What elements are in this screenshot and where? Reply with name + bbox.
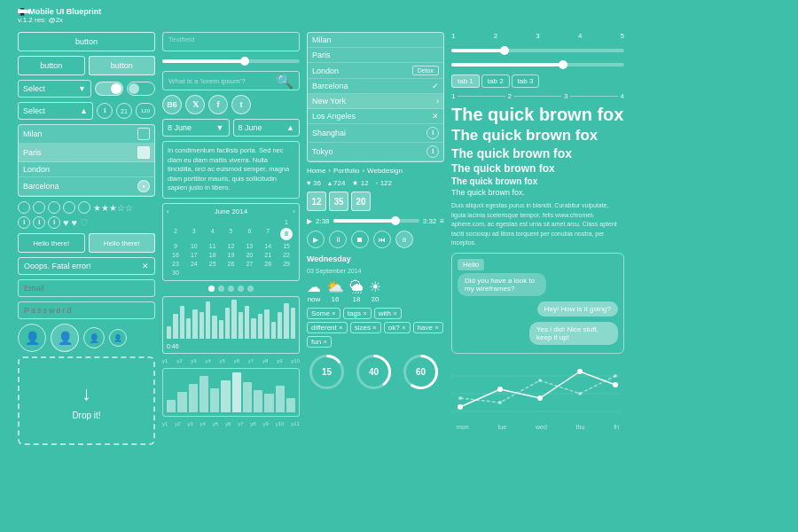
cal-date[interactable] xyxy=(259,269,277,277)
search-icon[interactable]: 🔍 xyxy=(276,73,293,90)
list-item-paris[interactable]: Paris xyxy=(19,144,154,162)
cal-date[interactable]: 5 xyxy=(223,227,240,241)
cal-date[interactable]: 2 xyxy=(167,227,184,241)
hello-btn-2[interactable]: Hello there! xyxy=(89,233,156,253)
cal-date[interactable]: 14 xyxy=(259,242,277,250)
facebook-icon[interactable]: f xyxy=(208,95,228,114)
close-icon-la[interactable]: ✕ xyxy=(432,112,439,121)
cal-date[interactable]: 10 xyxy=(185,242,203,250)
cal-date[interactable]: 11 xyxy=(204,242,222,250)
select-2[interactable]: Select▲ xyxy=(18,102,93,120)
cal-date[interactable] xyxy=(204,269,222,277)
tag-different[interactable]: different × xyxy=(307,322,348,333)
cal-date[interactable] xyxy=(185,269,203,277)
step-4[interactable]: 4 xyxy=(621,92,624,100)
cal-date[interactable]: 4 xyxy=(204,227,222,241)
cal-date[interactable]: 27 xyxy=(240,260,258,268)
cal-date[interactable]: 28 xyxy=(259,260,277,268)
tab-1[interactable]: tab 1 xyxy=(451,74,480,88)
date-picker-2[interactable]: 8 June▲ xyxy=(233,119,301,137)
city-tokyo[interactable]: Tokyo ℹ xyxy=(308,143,443,161)
bread-webdesign[interactable]: Webdesign xyxy=(367,167,403,175)
list-item-barcelona[interactable]: Barcelona ● xyxy=(19,177,154,196)
btn-button-1[interactable]: button xyxy=(18,32,155,51)
cal-next[interactable]: › xyxy=(293,207,295,215)
cal-date[interactable]: 26 xyxy=(223,260,240,268)
toggle-off[interactable] xyxy=(127,82,155,96)
step-1[interactable]: 1 xyxy=(451,92,455,100)
pause-btn[interactable]: ⏸ xyxy=(329,231,347,248)
cal-date[interactable]: 23 xyxy=(167,260,184,268)
list-item-milan[interactable]: Milan xyxy=(19,125,154,144)
cal-date[interactable]: 16 xyxy=(167,251,184,259)
date-picker-1[interactable]: 8 June▼ xyxy=(162,119,230,137)
cal-date[interactable]: 25 xyxy=(204,260,222,268)
cal-date[interactable] xyxy=(167,218,184,226)
cal-date[interactable]: 7 xyxy=(259,227,277,241)
tag-ok[interactable]: ok? × xyxy=(384,322,411,333)
b6-badge[interactable]: B6 xyxy=(162,95,182,114)
hello-btn-1[interactable]: Hello there! xyxy=(18,233,85,253)
tag-fun[interactable]: fun × xyxy=(307,336,332,348)
audio-slider[interactable] xyxy=(333,219,419,223)
btn-button-2[interactable]: button xyxy=(18,56,85,75)
cal-date[interactable]: 20 xyxy=(240,251,258,259)
toggle-on[interactable] xyxy=(95,82,123,96)
city-losangeles[interactable]: Los Angeles ✕ xyxy=(308,109,443,124)
cal-date[interactable] xyxy=(240,269,258,277)
cal-date[interactable]: 22 xyxy=(278,251,295,259)
cal-date[interactable]: 13 xyxy=(240,242,258,250)
tag-tags[interactable]: tags × xyxy=(343,308,372,319)
drop-zone[interactable]: ↓ Drop it! xyxy=(18,356,155,445)
city-london[interactable]: London Detox xyxy=(308,63,443,79)
tag-with[interactable]: with × xyxy=(374,308,402,319)
cal-date[interactable] xyxy=(240,218,258,226)
tab-2[interactable]: tab 2 xyxy=(481,74,510,88)
step-2[interactable]: 2 xyxy=(508,92,512,100)
city-shanghai[interactable]: Shanghai ℹ xyxy=(308,124,443,143)
textfield[interactable]: Textfield xyxy=(162,32,300,51)
dot-5[interactable] xyxy=(247,286,254,292)
radio-3[interactable] xyxy=(48,201,60,214)
top-slider[interactable] xyxy=(162,59,300,63)
cal-date[interactable]: 24 xyxy=(185,260,203,268)
radio-1[interactable] xyxy=(18,201,30,214)
tag-some[interactable]: Some × xyxy=(307,308,340,319)
cal-date[interactable]: 17 xyxy=(185,251,203,259)
cal-date[interactable] xyxy=(223,218,240,226)
tag-sizes[interactable]: sizes × xyxy=(350,322,381,333)
stop-btn[interactable]: ⏹ xyxy=(351,231,369,248)
cal-date[interactable] xyxy=(204,218,222,226)
list-item-london[interactable]: London xyxy=(19,162,154,177)
dot-1[interactable] xyxy=(208,286,215,292)
play-btn[interactable]: ▶ xyxy=(307,231,325,248)
cal-date[interactable]: 15 xyxy=(278,242,295,250)
btn-button-3[interactable]: button xyxy=(89,56,156,75)
cal-date[interactable]: 30 xyxy=(167,269,184,277)
cal-date[interactable] xyxy=(185,218,203,226)
cal-date[interactable] xyxy=(259,218,277,226)
cal-date[interactable]: 6 xyxy=(240,227,258,241)
prev-btn[interactable]: ⏮ xyxy=(373,231,391,248)
city-newyork[interactable]: New York › xyxy=(308,94,443,109)
cal-date[interactable]: 3 xyxy=(185,227,203,241)
password-field[interactable] xyxy=(18,301,155,319)
slider-2[interactable] xyxy=(451,63,624,66)
dot-3[interactable] xyxy=(228,286,234,292)
cal-date[interactable]: 9 xyxy=(167,242,184,250)
cal-date[interactable] xyxy=(278,269,295,277)
cal-prev[interactable]: ‹ xyxy=(167,207,169,215)
dot-2[interactable] xyxy=(218,286,224,292)
bread-home[interactable]: Home xyxy=(307,167,325,175)
cal-date[interactable]: 19 xyxy=(223,251,240,259)
radio-5[interactable] xyxy=(78,201,90,214)
volume-icon[interactable]: ≡ xyxy=(440,217,444,225)
city-milan[interactable]: Milan xyxy=(308,33,443,48)
dot-4[interactable] xyxy=(238,286,244,292)
detox-btn[interactable]: Detox xyxy=(412,66,439,75)
tumblr-icon[interactable]: t xyxy=(231,95,251,114)
slider-1[interactable] xyxy=(451,49,624,52)
email-field[interactable] xyxy=(18,279,155,297)
radio-2[interactable] xyxy=(33,201,45,214)
cal-date[interactable]: 29 xyxy=(278,260,295,268)
